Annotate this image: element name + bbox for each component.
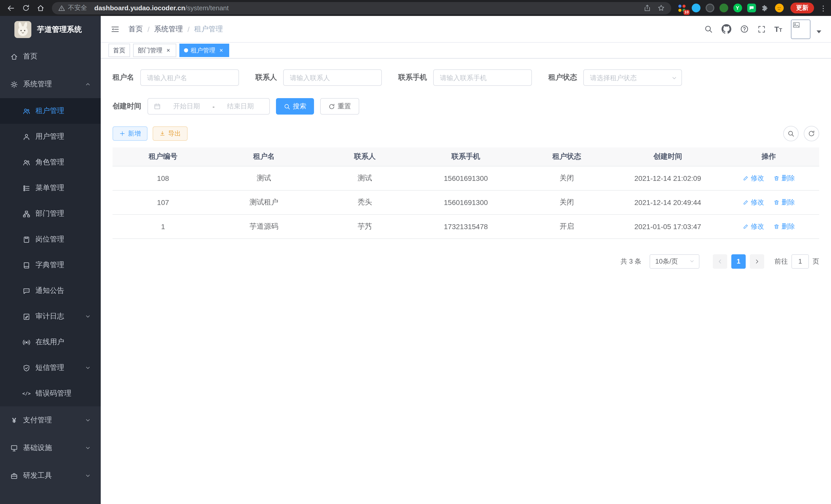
column-header: 联系手机 [416,147,516,166]
sidebar-item-online-users[interactable]: 在线用户 [0,329,101,355]
share-button[interactable] [643,4,651,12]
prev-page-button[interactable] [713,254,727,268]
tenant-table: 租户编号 租户名 联系人 联系手机 租户状态 创建时间 操作 108 测试 [113,147,819,239]
url-path: /system/tenant [185,4,229,12]
help-button[interactable] [740,25,748,33]
page-size-select[interactable]: 10条/页 [650,254,699,268]
chevron-down-icon [84,444,91,452]
cell-id: 1 [113,214,213,238]
pagination: 共 3 条 10条/页 1 前往 页 [113,254,819,268]
browser-back-button[interactable] [4,1,18,14]
date-range-picker[interactable]: 开始日期 - 结束日期 [147,98,270,115]
refresh-icon [328,103,335,110]
payment-yen-icon: ¥ [10,416,18,424]
sidebar-item-sms[interactable]: 短信管理 [0,355,101,381]
sidebar-item-tenant[interactable]: 租户管理 [0,98,101,124]
sidebar-item-audit-log[interactable]: 审计日志 [0,304,101,329]
extension-green-y-icon[interactable]: Y [733,3,742,12]
delete-link[interactable]: 删除 [773,198,795,207]
browser-home-button[interactable] [34,1,47,14]
breadcrumb-current: 租户管理 [194,24,223,34]
sidebar-item-user[interactable]: 用户管理 [0,124,101,149]
font-size-button[interactable]: TT [774,25,782,33]
cell-created: 2021-12-14 20:49:44 [617,190,718,214]
extension-blue-icon[interactable] [691,3,700,12]
tab-close-icon[interactable]: × [218,47,225,54]
devtools-icon [10,472,18,480]
extensions-puzzle-icon[interactable] [761,3,770,12]
tab-tenant[interactable]: 租户管理 × [179,44,229,57]
sidebar-item-infrastructure[interactable]: 基础设施 [0,434,101,462]
extension-dark-icon[interactable] [705,3,714,12]
edit-link[interactable]: 修改 [743,173,764,183]
column-header: 租户编号 [113,147,213,166]
extension-dots-icon[interactable]: 10 [677,3,687,12]
user-avatar[interactable] [791,19,810,39]
security-label[interactable]: 不安全 [68,4,87,12]
toggle-search-button[interactable] [783,126,799,141]
sidebar-item-dict[interactable]: 字典管理 [0,252,101,278]
refresh-table-button[interactable] [804,126,819,141]
chevron-left-icon [717,258,723,264]
table-header-row: 租户编号 租户名 联系人 联系手机 租户状态 创建时间 操作 [113,147,819,166]
edit-link[interactable]: 修改 [743,198,764,207]
app-logo[interactable]: 芋道管理系统 [0,16,101,42]
url-text[interactable]: dashboard.yudao.iocoder.cn/system/tenant [94,4,229,12]
chevron-down-icon [689,259,695,264]
add-button[interactable]: 新增 [113,126,147,141]
profile-avatar-icon[interactable] [774,3,784,12]
goto-page-input[interactable] [792,254,809,268]
tenant-name-input[interactable] [140,69,239,86]
sidebar-item-label: 错误码管理 [35,389,71,398]
next-page-button[interactable] [750,254,764,268]
address-bar[interactable]: 不安全 dashboard.yudao.iocoder.cn/system/te… [52,2,671,14]
fullscreen-button[interactable] [757,25,766,33]
date-separator: - [212,102,215,110]
tab-dept[interactable]: 部门管理 × [133,44,176,57]
tab-close-icon[interactable]: × [165,47,172,54]
cell-actions: 修改 删除 [718,166,819,190]
edit-link[interactable]: 修改 [743,222,764,231]
github-button[interactable] [721,24,731,34]
broken-image-icon [793,21,800,29]
browser-menu-icon[interactable]: ⋮ [820,4,827,12]
cell-actions: 修改 删除 [718,190,819,214]
sidebar-item-home[interactable]: 首页 [0,42,101,70]
bookmark-button[interactable] [657,4,665,12]
extension-chat-icon[interactable] [747,3,756,12]
breadcrumb-home[interactable]: 首页 [128,24,143,34]
caret-down-icon[interactable] [816,26,822,36]
sidebar-item-role[interactable]: 角色管理 [0,149,101,175]
delete-link[interactable]: 删除 [773,173,795,183]
phone-input[interactable] [433,69,532,86]
sidebar-item-notice[interactable]: 通知公告 [0,278,101,304]
sidebar-item-post[interactable]: 岗位管理 [0,227,101,252]
search-button[interactable]: 搜索 [276,98,314,115]
sidebar-toggle-icon[interactable] [111,24,120,34]
post-badge-icon [23,236,30,243]
export-button[interactable]: 导出 [153,126,188,141]
sidebar-item-dept[interactable]: 部门管理 [0,201,101,227]
sidebar-item-error-code[interactable]: </> 错误码管理 [0,381,101,406]
sidebar-item-menu[interactable]: 菜单管理 [0,175,101,201]
header-search-button[interactable] [704,25,713,33]
chrome-update-button[interactable]: 更新 [791,3,814,13]
sidebar-item-system[interactable]: 系统管理 [0,70,101,98]
breadcrumb-system[interactable]: 系统管理 [154,24,183,34]
tab-home[interactable]: 首页 [109,44,130,57]
cell-name: 芋道源码 [213,214,315,238]
browser-reload-button[interactable] [19,1,32,14]
extension-badge: 10 [683,9,690,14]
contact-label: 联系人 [255,73,277,82]
sidebar-item-devtools[interactable]: 研发工具 [0,462,101,490]
delete-link[interactable]: 删除 [773,222,795,231]
status-select-input[interactable] [583,69,682,86]
contact-input[interactable] [283,69,382,86]
status-select[interactable] [583,69,682,86]
active-dot [184,48,188,52]
extension-darkgreen-icon[interactable] [719,3,728,12]
sidebar-item-payment[interactable]: ¥ 支付管理 [0,406,101,434]
current-page-button[interactable]: 1 [731,254,746,268]
cell-name: 测试 [213,166,315,190]
reset-button[interactable]: 重置 [320,98,359,115]
